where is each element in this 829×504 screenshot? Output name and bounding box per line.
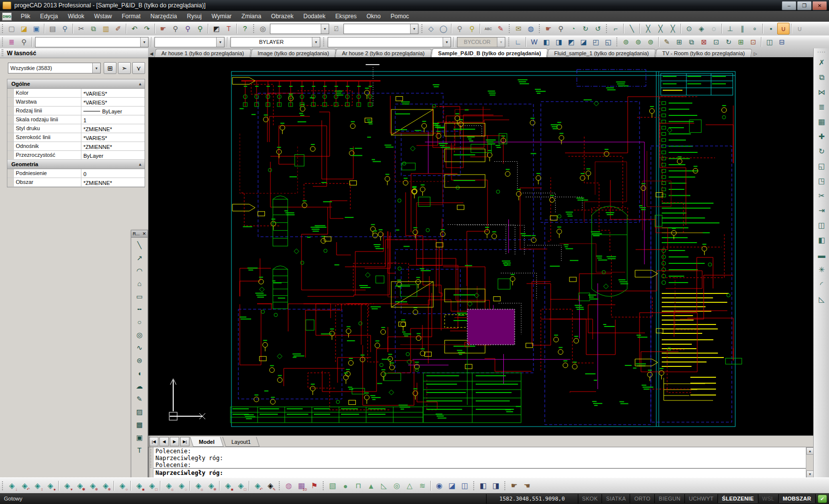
xref-open-icon[interactable]: ⊡ [747, 36, 759, 48]
snap-move-icon[interactable]: ◯ [437, 23, 450, 35]
fillet-icon[interactable]: ◜ [815, 278, 828, 291]
property-value[interactable]: *ZMIENNE* [81, 124, 145, 133]
join-icon[interactable]: ▬ [815, 249, 828, 261]
flag-icon[interactable]: ⚑ [308, 479, 321, 492]
menu-item-okno[interactable]: Okno [362, 11, 386, 21]
palette-title-bar[interactable]: R... ✕ [131, 230, 148, 238]
layer-merge-icon[interactable]: ◈☼ [192, 479, 205, 492]
circle-copies2-icon[interactable]: ⊚ [632, 36, 644, 48]
menu-item-zmiana[interactable]: Zmiana [236, 11, 266, 21]
layer-restore-icon[interactable]: ◈↶ [251, 479, 264, 492]
doc-tab[interactable]: Ar house 1 (tylko do przeglądania) [154, 49, 251, 57]
draw-line-icon[interactable]: ╲ [131, 239, 148, 252]
osnap-center-icon[interactable]: ⊙ [683, 23, 695, 35]
pan2-icon[interactable]: ☛ [542, 23, 555, 35]
toolbar-grip[interactable] [322, 481, 325, 490]
plot-style-select[interactable]: BYCOLOR▼ [457, 37, 505, 47]
osnap-parallel-icon[interactable]: ∥ [736, 23, 749, 35]
copy-icon[interactable]: ⧉ [87, 23, 100, 35]
zoom-realtime-icon[interactable]: ⚲ [169, 23, 182, 35]
menu-item-dodatek[interactable]: Dodatek [299, 11, 331, 21]
property-value[interactable]: *ZMIENNE* [81, 178, 145, 186]
edit-block-icon[interactable]: ✎ [661, 36, 673, 48]
zoom-window-icon[interactable]: ⚲ [182, 23, 194, 35]
doc-tab[interactable]: Fluid_sample_1 (tylko do przeglądania) [547, 49, 656, 57]
snap-entity-icon[interactable]: ◇ [425, 23, 437, 35]
toggle-wsl[interactable]: WSL [758, 494, 779, 503]
draw-spline-icon[interactable]: ∿ [131, 341, 148, 354]
doc-tab[interactable]: Sample_P&ID_B (tylko do przeglądania) [431, 48, 548, 57]
layer-vp-freeze-icon[interactable]: ◈◌ [175, 479, 188, 492]
layers-icon[interactable]: ≣ [5, 36, 18, 48]
release-icon[interactable]: ☚ [521, 479, 533, 492]
view-top-icon[interactable]: ◰ [590, 36, 602, 48]
selection-filter-select[interactable]: Wszystkie (3583) ▼ [8, 63, 101, 73]
redo-icon[interactable]: ↷ [141, 23, 153, 35]
draw-ellipse-icon[interactable]: ⊜ [131, 354, 148, 367]
toolbar-grip[interactable] [615, 37, 619, 46]
draw-arc-icon[interactable]: ◠ [131, 264, 148, 277]
layer-unlock-icon[interactable]: ◈□ [146, 479, 158, 492]
text-style-select[interactable]: ▼ [343, 24, 418, 34]
mirror-dim-icon[interactable]: ⍁ [330, 23, 342, 35]
zoom2-icon[interactable]: ⚲ [555, 23, 567, 35]
layer-match-icon[interactable]: ◈↕ [31, 479, 44, 492]
ucs-icon[interactable]: ∟ [512, 36, 524, 48]
toolbar-grip[interactable] [538, 24, 541, 33]
chevron-down-icon[interactable]: ▼ [140, 37, 148, 47]
osnap-endpoint-icon[interactable]: ⌐ [609, 23, 622, 35]
scale-icon[interactable]: ◱ [815, 160, 828, 173]
menu-item-wstaw[interactable]: Wstaw [89, 11, 117, 21]
xref-bind-icon[interactable]: ⊞ [735, 36, 747, 48]
intersect-icon[interactable]: ◫ [458, 479, 471, 492]
osnap-insertion-icon[interactable]: ▪ [765, 23, 777, 35]
doc-tab[interactable]: Image (tylko do przeglądania) [250, 49, 336, 57]
chevron-down-icon[interactable]: ▼ [410, 24, 418, 34]
xref-unload-icon[interactable]: ↻ [722, 36, 735, 48]
solid-pyramid-icon[interactable]: △ [403, 479, 416, 492]
xref-detach-icon[interactable]: ⊠ [698, 36, 710, 48]
draw-sketch-icon[interactable]: ✎ [131, 393, 148, 405]
menu-item-widok[interactable]: Widok [63, 11, 89, 21]
solid-sphere-icon[interactable]: ● [339, 479, 352, 492]
osnap-quadrant-icon[interactable]: ◈ [695, 23, 708, 35]
zoom-previous-icon[interactable]: ⚲ [194, 23, 206, 35]
rt-rotate-icon[interactable]: ↻ [579, 23, 592, 35]
layer-delete-icon[interactable]: ◈■ [222, 479, 234, 492]
view-se-iso-icon[interactable]: ◨ [553, 36, 565, 48]
date-field-icon[interactable]: ▦10 [295, 479, 308, 492]
match-properties-icon[interactable]: ✐ [112, 23, 124, 35]
draw-ellipse-arc-icon[interactable]: ◖ [131, 367, 148, 380]
draw-region-icon[interactable]: ▣ [131, 431, 148, 444]
view-nw-iso-icon[interactable]: ◪ [577, 36, 590, 48]
toggle-śledzenie[interactable]: ŚLEDZENIE [718, 494, 758, 503]
toggle-orto[interactable]: ORTO [630, 494, 655, 503]
layer-explore-icon[interactable]: ⚲ [18, 36, 30, 48]
print-icon[interactable]: ▤ [46, 23, 59, 35]
layer-lock-icon[interactable]: ◈■ [133, 479, 146, 492]
draw-ray-icon[interactable]: ↗ [131, 252, 148, 264]
osnap-nearest-icon[interactable]: ╳ [642, 23, 654, 35]
layer-on-icon[interactable]: ◈☼ [162, 479, 175, 492]
select-objects-button[interactable]: ⊞ [104, 62, 116, 74]
property-value[interactable]: 0 [81, 169, 145, 178]
etrack-icon[interactable]: ◍ [282, 479, 295, 492]
fly-icon[interactable]: ◨ [490, 479, 502, 492]
tab-scroll-right-icon[interactable]: ▷ [752, 50, 759, 57]
paste-icon[interactable]: ▥ [100, 23, 112, 35]
toggle-mobszar[interactable]: MOBSZAR [779, 494, 816, 503]
menu-item-edycja[interactable]: Edycja [35, 11, 63, 21]
vcr-button-3[interactable]: ▶| [180, 437, 189, 446]
extend-icon[interactable]: ⇥ [815, 204, 828, 217]
explode-icon[interactable]: ✳ [815, 263, 828, 276]
menu-item-pomoc[interactable]: Pomoc [385, 11, 414, 21]
draw-polygon-icon[interactable]: ⌂ [131, 277, 148, 290]
vcr-button-1[interactable]: ◀ [159, 437, 169, 446]
publish-web-icon[interactable]: ◍ [525, 23, 537, 35]
property-value[interactable]: ByLayer [81, 107, 145, 115]
dim-style-icon[interactable]: ◎ [257, 23, 269, 35]
solid-cylinder-icon[interactable]: ⊓ [352, 479, 365, 492]
property-value[interactable]: *VARIES* [81, 98, 145, 106]
chevron-down-icon[interactable]: ▼ [216, 37, 224, 47]
toggle-siatka[interactable]: SIATKA [602, 494, 630, 503]
